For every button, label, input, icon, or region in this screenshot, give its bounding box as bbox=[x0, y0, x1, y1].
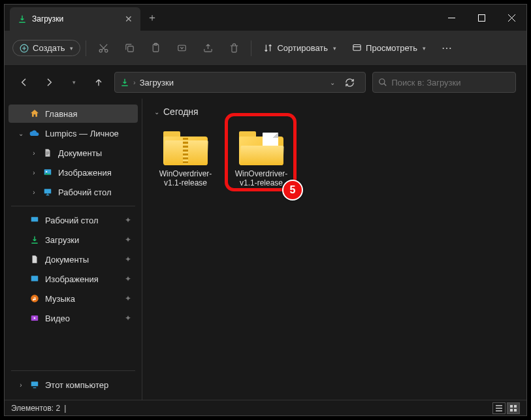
pin-icon: ✦ bbox=[125, 216, 131, 225]
tab-downloads[interactable]: Загрузки ✕ bbox=[10, 7, 140, 31]
sidebar-label: Музыка bbox=[45, 294, 75, 304]
delete-button[interactable] bbox=[222, 38, 246, 59]
item-label: WinOverdriver-v1.1-release bbox=[233, 169, 290, 188]
create-button[interactable]: Создать ▾ bbox=[12, 40, 80, 56]
status-bar: Элементов: 2 | bbox=[5, 400, 526, 415]
tab-close-icon[interactable]: ✕ bbox=[125, 14, 133, 24]
create-label: Создать bbox=[33, 43, 65, 53]
breadcrumb-current[interactable]: Загрузки bbox=[140, 78, 174, 88]
sidebar-label: Видео bbox=[45, 314, 70, 323]
chevron-down-icon: ⌄ bbox=[154, 108, 159, 116]
sidebar-quick-desktop[interactable]: Рабочий стол ✦ bbox=[8, 211, 138, 229]
sort-button[interactable]: Сортировать ▾ bbox=[257, 39, 343, 57]
forward-button[interactable] bbox=[40, 73, 58, 91]
view-icons-button[interactable] bbox=[507, 402, 520, 414]
sidebar-label: Загрузки bbox=[45, 235, 79, 245]
callout-number: 5 bbox=[290, 184, 296, 196]
chevron-down-icon: ▾ bbox=[423, 45, 426, 52]
share-button[interactable] bbox=[196, 38, 219, 59]
paste-button[interactable] bbox=[144, 38, 167, 59]
svg-point-2 bbox=[99, 50, 102, 52]
video-icon bbox=[29, 313, 40, 323]
more-button[interactable]: ⋯ bbox=[435, 38, 459, 59]
sidebar-desktop[interactable]: › Рабочий стол bbox=[8, 183, 138, 201]
download-icon bbox=[120, 78, 129, 87]
sidebar-quick-images[interactable]: Изображения ✦ bbox=[8, 270, 138, 288]
expand-icon[interactable]: › bbox=[18, 381, 24, 389]
zip-folder-icon bbox=[162, 129, 209, 165]
sidebar: Главная ⌄ Lumpics — Личное › Документы ›… bbox=[5, 99, 142, 400]
pin-icon: ✦ bbox=[125, 314, 131, 323]
cut-button[interactable] bbox=[91, 38, 115, 59]
close-button[interactable] bbox=[496, 5, 526, 31]
refresh-button[interactable] bbox=[339, 78, 360, 88]
document-icon bbox=[42, 148, 53, 158]
sidebar-this-pc[interactable]: › Этот компьютер bbox=[8, 376, 138, 394]
view-label: Просмотреть bbox=[366, 43, 417, 53]
titlebar: Загрузки ✕ ＋ bbox=[5, 5, 526, 31]
pin-icon: ✦ bbox=[125, 235, 131, 244]
search-input[interactable] bbox=[391, 78, 510, 88]
view-icon bbox=[352, 43, 362, 53]
group-header[interactable]: ⌄ Сегодня bbox=[154, 106, 515, 117]
new-tab-button[interactable]: ＋ bbox=[140, 5, 164, 31]
sidebar-quick-documents[interactable]: Документы ✦ bbox=[8, 250, 138, 268]
svg-rect-13 bbox=[31, 217, 39, 221]
svg-rect-7 bbox=[178, 45, 185, 51]
sidebar-quick-downloads[interactable]: Загрузки ✦ bbox=[8, 231, 138, 249]
folder-icon bbox=[238, 129, 285, 165]
desktop-icon bbox=[42, 187, 53, 197]
cloud-icon bbox=[29, 128, 40, 138]
svg-point-9 bbox=[379, 79, 385, 84]
sidebar-documents[interactable]: › Документы bbox=[8, 144, 138, 162]
navbar: ▾ › Загрузки ⌄ bbox=[5, 66, 526, 99]
expand-icon[interactable]: › bbox=[31, 169, 37, 176]
sort-label: Сортировать bbox=[277, 43, 328, 53]
back-button[interactable] bbox=[15, 73, 33, 91]
file-explorer-window: Загрузки ✕ ＋ Создать ▾ Сортировать bbox=[4, 4, 527, 416]
sidebar-label: Изображения bbox=[45, 274, 99, 284]
sidebar-images[interactable]: › Изображения bbox=[8, 163, 138, 182]
sidebar-onedrive[interactable]: ⌄ Lumpics — Личное bbox=[8, 124, 138, 142]
minimize-button[interactable] bbox=[436, 5, 466, 31]
sidebar-home[interactable]: Главная bbox=[8, 105, 138, 123]
content-area[interactable]: ⌄ Сегодня WinOverdriver-v1.1-release bbox=[142, 99, 526, 400]
expand-icon[interactable]: › bbox=[31, 189, 37, 196]
copy-button[interactable] bbox=[118, 38, 141, 59]
svg-rect-21 bbox=[514, 409, 517, 412]
sidebar-label: Главная bbox=[45, 109, 77, 119]
sidebar-quick-video[interactable]: Видео ✦ bbox=[8, 309, 138, 327]
file-item-folder[interactable]: WinOverdriver-v1.1-release bbox=[230, 126, 293, 191]
expand-icon[interactable]: › bbox=[31, 150, 37, 157]
svg-rect-8 bbox=[353, 45, 361, 51]
search-box[interactable] bbox=[372, 72, 516, 93]
sidebar-label: Lumpics — Личное bbox=[45, 129, 119, 138]
annotation-callout: 5 bbox=[282, 180, 303, 201]
maximize-button[interactable] bbox=[466, 5, 496, 31]
image-icon bbox=[29, 274, 40, 284]
svg-point-11 bbox=[46, 171, 47, 172]
svg-rect-14 bbox=[31, 276, 39, 281]
svg-rect-19 bbox=[514, 405, 517, 408]
pin-icon: ✦ bbox=[125, 274, 131, 283]
document-icon bbox=[29, 254, 40, 265]
up-button[interactable] bbox=[89, 73, 108, 91]
sidebar-label: Документы bbox=[45, 255, 89, 265]
plus-icon bbox=[20, 44, 29, 53]
view-button[interactable]: Просмотреть ▾ bbox=[346, 39, 432, 57]
item-label: WinOverdriver-v1.1-release bbox=[157, 169, 214, 188]
recent-button[interactable]: ▾ bbox=[65, 73, 83, 91]
chevron-down-icon[interactable]: ⌄ bbox=[330, 79, 335, 86]
rename-button[interactable] bbox=[170, 38, 193, 59]
sidebar-quick-music[interactable]: Музыка ✦ bbox=[8, 289, 138, 308]
pin-icon: ✦ bbox=[125, 294, 131, 303]
svg-rect-17 bbox=[31, 381, 39, 386]
address-bar[interactable]: › Загрузки ⌄ bbox=[114, 72, 366, 93]
music-icon bbox=[29, 293, 40, 304]
view-details-button[interactable] bbox=[492, 402, 506, 414]
expand-icon[interactable]: ⌄ bbox=[18, 130, 24, 137]
toolbar: Создать ▾ Сортировать ▾ Просмотреть ▾ ⋯ bbox=[5, 31, 526, 66]
sidebar-label: Этот компьютер bbox=[45, 380, 108, 390]
file-item-zip[interactable]: WinOverdriver-v1.1-release bbox=[154, 126, 217, 191]
chevron-down-icon: ▾ bbox=[70, 45, 73, 52]
